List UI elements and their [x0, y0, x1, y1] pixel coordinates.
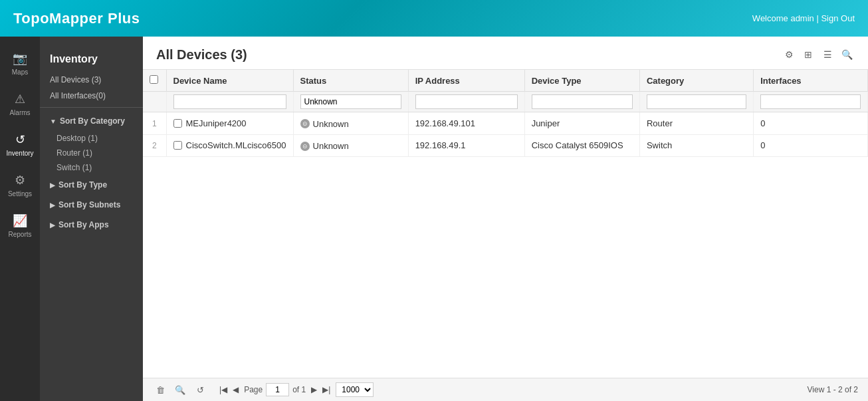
row-device-name: CiscoSwitch.MLcisco6500: [166, 134, 293, 157]
filter-ip-address-cell: [408, 92, 524, 112]
user-info: Welcome admin | Sign Out: [752, 13, 855, 23]
sort-by-type-label: Sort By Type: [58, 180, 107, 190]
inventory-icon: ↺: [15, 132, 25, 147]
col-checkbox: [143, 70, 166, 92]
row-ip-address: 192.168.49.1: [408, 134, 524, 157]
row-device-name: MEJuniper4200: [166, 112, 293, 135]
nav-maps[interactable]: 📷 Maps: [0, 43, 40, 84]
filter-interfaces-cell: [754, 92, 868, 112]
row-status: ⊝ Unknown: [293, 112, 408, 135]
col-device-name: Device Name: [166, 70, 293, 92]
nav-reports[interactable]: 📈 Reports: [0, 205, 40, 246]
main-layout: 📷 Maps ⚠ Alarms ↺ Inventory ⚙ Settings 📈…: [0, 37, 868, 401]
footer-left: 🗑 🔍 ↺ |◀ ◀ Page of 1 ▶ ▶| 1000 500 100 5…: [153, 382, 374, 397]
filter-interfaces-input[interactable]: [760, 94, 861, 109]
row-num-cell: 1: [143, 112, 166, 135]
nav-next-btn[interactable]: ▶: [311, 385, 317, 394]
nav-inventory[interactable]: ↺ Inventory: [0, 124, 40, 165]
row-interfaces: 0: [754, 134, 868, 157]
device-name-value: CiscoSwitch.MLcisco6500: [186, 140, 286, 150]
select-all-checkbox[interactable]: [150, 75, 158, 84]
sort-by-category-label: Sort By Category: [60, 116, 125, 126]
sort-by-apps-label: Sort By Apps: [58, 220, 109, 229]
filter-device-type-input[interactable]: [532, 94, 633, 109]
table-filter-row: [143, 92, 868, 112]
alarm-icon: ⚠: [15, 92, 25, 106]
filter-checkbox-cell: [143, 92, 166, 112]
maps-label: Maps: [12, 68, 28, 76]
table-container: Device Name Status IP Address Device Typ…: [143, 70, 868, 378]
sort-by-type-header[interactable]: ▶ Sort By Type: [40, 175, 143, 195]
search-footer-btn[interactable]: 🔍: [173, 382, 187, 397]
filter-status-cell: [293, 92, 408, 112]
page-input[interactable]: [266, 383, 289, 396]
filter-device-type-cell: [524, 92, 639, 112]
table-body: 1 MEJuniper4200 ⊝ Unknown 192.168.49.101…: [143, 112, 868, 157]
col-interfaces: Interfaces: [754, 70, 868, 92]
content-area: All Devices (3) ⚙ ⊞ ☰ 🔍 Device Name Stat…: [143, 37, 868, 401]
settings-label: Settings: [8, 190, 32, 198]
table-row[interactable]: 2 CiscoSwitch.MLcisco6500 ⊝ Unknown 192.…: [143, 134, 868, 157]
nav-prev-btn[interactable]: ◀: [233, 385, 239, 394]
settings-icon: ⚙: [15, 173, 25, 188]
row-device-type: Juniper: [524, 112, 639, 135]
delete-btn[interactable]: 🗑: [153, 382, 167, 397]
content-title: All Devices (3): [156, 47, 247, 63]
row-ip-address: 192.168.49.101: [408, 112, 524, 135]
table-row[interactable]: 1 MEJuniper4200 ⊝ Unknown 192.168.49.101…: [143, 112, 868, 135]
arrow-right-icon-type: ▶: [50, 182, 55, 189]
sort-by-subnets-header[interactable]: ▶ Sort By Subnets: [40, 195, 143, 215]
nav-all-interfaces[interactable]: All Interfaces(0): [40, 88, 143, 104]
of-label: of 1: [292, 385, 306, 394]
arrow-right-icon-subnets: ▶: [50, 201, 55, 209]
col-status: Status: [293, 70, 408, 92]
table-footer: 🗑 🔍 ↺ |◀ ◀ Page of 1 ▶ ▶| 1000 500 100 5…: [143, 378, 868, 401]
nav-all-devices[interactable]: All Devices (3): [40, 72, 143, 88]
row-checkbox-0[interactable]: [173, 119, 182, 128]
search-btn[interactable]: 🔍: [839, 47, 855, 63]
filter-category-input[interactable]: [647, 94, 746, 109]
list-view-btn[interactable]: ☰: [819, 47, 835, 63]
alarms-label: Alarms: [9, 109, 30, 116]
reports-icon: 📈: [13, 213, 27, 228]
row-interfaces: 0: [754, 112, 868, 135]
refresh-btn[interactable]: ↺: [193, 382, 207, 397]
icon-sidebar: 📷 Maps ⚠ Alarms ↺ Inventory ⚙ Settings 📈…: [0, 37, 40, 401]
sort-by-subnets-label: Sort By Subnets: [58, 200, 120, 209]
status-value: Unknown: [313, 119, 349, 129]
nav-separator-1: [40, 107, 143, 108]
row-category: Router: [639, 112, 753, 135]
row-status: ⊝ Unknown: [293, 134, 408, 157]
row-checkbox-1[interactable]: [173, 141, 182, 150]
filter-device-name-input[interactable]: [173, 94, 286, 109]
nav-alarms[interactable]: ⚠ Alarms: [0, 84, 40, 124]
app-title: TopoMapper Plus: [13, 10, 140, 27]
reports-label: Reports: [8, 231, 31, 238]
nav-section-title: Inventory: [40, 43, 143, 72]
row-category: Switch: [639, 134, 753, 157]
page-info: Page of 1: [244, 383, 306, 396]
header-actions: ⚙ ⊞ ☰ 🔍: [781, 47, 855, 63]
nav-last-btn: ▶|: [322, 385, 330, 394]
sort-by-category-header[interactable]: ▼ Sort By Category: [40, 111, 143, 131]
filter-status-input[interactable]: [300, 94, 401, 109]
app-header: TopoMapper Plus Welcome admin | Sign Out: [0, 0, 868, 37]
device-name-value: MEJuniper4200: [186, 118, 247, 128]
category-router[interactable]: Router (1): [40, 146, 143, 160]
page-label: Page: [244, 385, 263, 394]
filter-ip-address-input[interactable]: [415, 94, 518, 109]
sort-by-apps-header[interactable]: ▶ Sort By Apps: [40, 215, 143, 235]
arrow-right-icon-apps: ▶: [50, 221, 55, 229]
camera-icon: 📷: [13, 51, 27, 66]
category-desktop[interactable]: Desktop (1): [40, 131, 143, 146]
status-icon: ⊝: [300, 119, 310, 128]
grid-view-btn[interactable]: ⊞: [800, 47, 816, 63]
status-icon: ⊝: [300, 142, 310, 151]
row-device-type: Cisco Catalyst 6509IOS: [524, 134, 639, 157]
settings-action-btn[interactable]: ⚙: [781, 47, 797, 63]
per-page-select[interactable]: 1000 500 100 50: [336, 382, 374, 397]
nav-settings[interactable]: ⚙ Settings: [0, 165, 40, 205]
devices-table: Device Name Status IP Address Device Typ…: [143, 70, 868, 157]
category-switch[interactable]: Switch (1): [40, 160, 143, 175]
table-header-row: Device Name Status IP Address Device Typ…: [143, 70, 868, 92]
